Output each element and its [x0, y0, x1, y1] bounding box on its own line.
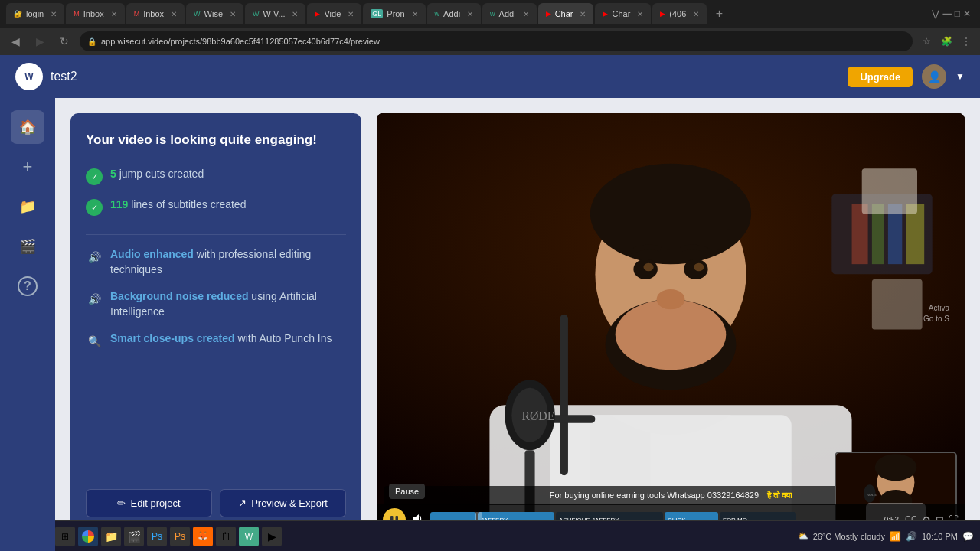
tab-close-icon[interactable]: ✕: [580, 10, 586, 18]
stat-audio: 🔊 Audio enhanced with professional editi…: [86, 247, 346, 277]
tab-addi2[interactable]: w Addi ✕: [482, 3, 537, 24]
chrome-taskbar-icon[interactable]: [78, 527, 98, 546]
app-header: W test2 Upgrade 👤 ▼: [0, 55, 980, 98]
files-taskbar-icon[interactable]: 📁: [101, 527, 121, 546]
tab-close-icon[interactable]: ✕: [51, 10, 57, 18]
tab-favicon: ▶: [603, 10, 608, 18]
main-content: Your video is looking quite engaging! ✓ …: [55, 98, 980, 551]
stat-noise: 🔊 Background noise reduced using Artific…: [86, 289, 346, 319]
upgrade-button[interactable]: Upgrade: [848, 67, 913, 87]
tab-close-icon[interactable]: ✕: [171, 10, 177, 18]
header-right: Upgrade 👤 ▼: [848, 64, 965, 89]
system-tray: ⛅ 26°C Mostly cloudy 📶 🔊 10:10 PM 💬: [798, 531, 974, 542]
back-button[interactable]: ◀: [6, 32, 24, 51]
minimize-icon[interactable]: ─: [942, 7, 951, 21]
app2-taskbar-icon[interactable]: Ps: [147, 527, 167, 546]
restore-icon[interactable]: □: [955, 8, 960, 19]
tab-wv[interactable]: W W V... ✕: [245, 3, 305, 24]
sidebar-item-video[interactable]: 🎬: [11, 230, 44, 263]
action-buttons: ✏ Edit project ↗ Preview & Export: [86, 474, 346, 517]
tab-close-icon[interactable]: ✕: [230, 10, 236, 18]
edit-project-button[interactable]: ✏ Edit project: [86, 489, 212, 517]
stat-subtitles: ✓ 119 lines of subtitles created: [86, 197, 346, 216]
tab-close-icon[interactable]: ✕: [111, 10, 117, 18]
zoom-icon: 🔍: [86, 333, 103, 350]
tab-video[interactable]: ▶ Vide ✕: [307, 3, 361, 24]
forward-button[interactable]: ▶: [31, 32, 49, 51]
tab-login[interactable]: 🔐 login ✕: [6, 3, 64, 24]
svg-text:RØDE: RØDE: [867, 493, 877, 497]
browser-chrome: 🔐 login ✕ M Inbox ✕ M Inbox ✕ W Wise ✕ W…: [0, 0, 980, 55]
tab-inbox2[interactable]: M Inbox ✕: [126, 3, 185, 24]
tab-close-icon[interactable]: ✕: [348, 10, 354, 18]
svg-point-16: [694, 263, 704, 272]
address-bar[interactable]: 🔒 app.wisecut.video/projects/98bb9a60ec5…: [80, 31, 913, 51]
sidebar-item-add[interactable]: +: [11, 150, 44, 184]
jump-cuts-number: 5: [110, 168, 116, 180]
dropdown-chevron-icon[interactable]: ▼: [956, 71, 965, 82]
folder-icon: 📁: [19, 198, 36, 215]
avatar: 👤: [922, 64, 946, 89]
stats-panel: Your video is looking quite engaging! ✓ …: [70, 113, 361, 536]
edit-icon: ✏: [117, 497, 126, 509]
stat-text-closeups: Smart close-ups created with Auto Punch …: [110, 331, 332, 347]
project-name: test2: [51, 70, 77, 83]
tab-inbox1[interactable]: M Inbox ✕: [66, 3, 124, 24]
stat-text-audio: Audio enhanced with professional editing…: [110, 247, 346, 277]
sidebar-item-home[interactable]: 🏠: [11, 110, 44, 144]
notification-icon[interactable]: 💬: [962, 531, 974, 542]
stats-title: Your video is looking quite engaging!: [86, 132, 346, 148]
share-icon: ↗: [238, 497, 247, 509]
home-icon: 🏠: [19, 119, 36, 135]
tab-favicon: M: [134, 10, 140, 18]
pause-tooltip: Pause: [389, 484, 425, 499]
bookmark-icon[interactable]: ☆: [919, 34, 934, 49]
video-icon: 🎬: [19, 238, 36, 255]
reload-button[interactable]: ↻: [55, 32, 74, 51]
check-icon-subtitles: ✓: [86, 199, 103, 216]
tab-406[interactable]: ▶ (406 ✕: [652, 3, 707, 24]
subtitle-text: For buying online earning tools Whatsapp…: [550, 491, 759, 500]
tab-char2[interactable]: ▶ Char ✕: [595, 3, 651, 24]
tab-close-icon[interactable]: ✕: [523, 10, 529, 18]
svg-point-30: [875, 454, 917, 481]
app6-taskbar-icon[interactable]: W: [239, 527, 259, 546]
tab-addi1[interactable]: w Addi ✕: [427, 3, 482, 24]
extension-icon[interactable]: 🧩: [939, 34, 954, 49]
tab-list-icon[interactable]: ⋁: [932, 8, 939, 19]
noise-icon: 🔊: [86, 291, 103, 308]
close-window-icon[interactable]: ✕: [963, 8, 971, 19]
check-icon-jump-cuts: ✓: [86, 168, 103, 185]
audio-icon: 🔊: [86, 249, 103, 266]
sidebar-item-folder[interactable]: 📁: [11, 190, 44, 223]
tab-pron[interactable]: GL Pron ✕: [363, 3, 425, 24]
task-view-button[interactable]: ⊞: [55, 527, 75, 546]
app4-taskbar-icon[interactable]: 🦊: [193, 527, 213, 546]
settings-icon[interactable]: ⋮: [959, 34, 974, 49]
video-container: RØDE For buying online earning tools Wha…: [377, 113, 965, 536]
volume-tray-icon[interactable]: 🔊: [906, 531, 917, 542]
app3-taskbar-icon[interactable]: Ps: [170, 527, 190, 546]
tab-close-icon[interactable]: ✕: [412, 10, 418, 18]
svg-rect-21: [560, 315, 568, 475]
preview-export-button[interactable]: ↗ Preview & Export: [220, 489, 346, 517]
tab-char-active[interactable]: ▶ Char ✕: [538, 3, 594, 24]
video-area: RØDE For buying online earning tools Wha…: [377, 113, 965, 536]
tab-close-icon[interactable]: ✕: [467, 10, 473, 18]
clock: 10:10 PM: [922, 532, 958, 541]
app7-taskbar-icon[interactable]: ▶: [262, 527, 282, 546]
network-icon[interactable]: 📶: [890, 531, 901, 542]
app1-taskbar-icon[interactable]: 🎬: [124, 527, 144, 546]
tab-wise[interactable]: W Wise ✕: [186, 3, 243, 24]
new-tab-button[interactable]: +: [708, 3, 730, 24]
tab-controls: ⋁ ─ □ ✕: [932, 7, 974, 21]
tab-favicon: w: [435, 10, 440, 18]
stat-jump-cuts: ✓ 5 jump cuts created: [86, 167, 346, 185]
tab-close-icon[interactable]: ✕: [693, 10, 699, 18]
tab-close-icon[interactable]: ✕: [292, 10, 298, 18]
app5-taskbar-icon[interactable]: 🗒: [216, 527, 236, 546]
tab-close-icon[interactable]: ✕: [637, 10, 643, 18]
sidebar-item-help[interactable]: ?: [11, 269, 44, 303]
stat-closeups: 🔍 Smart close-ups created with Auto Punc…: [86, 331, 346, 350]
subtitles-number: 119: [110, 198, 128, 210]
